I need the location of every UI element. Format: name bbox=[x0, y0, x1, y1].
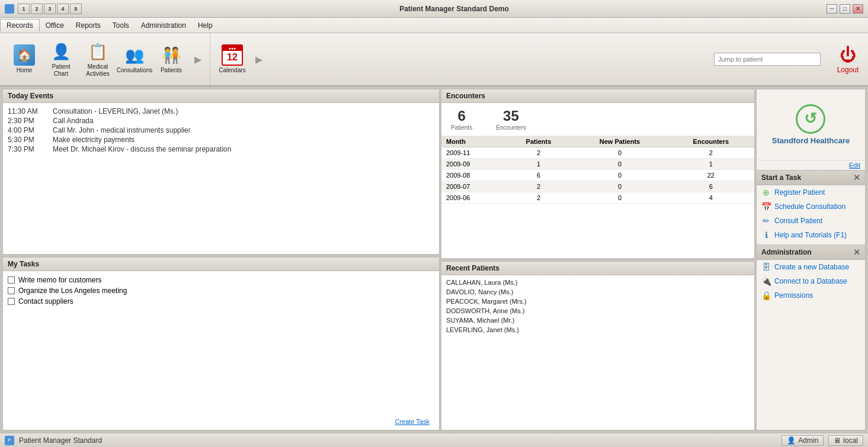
row4-encounters: 6 bbox=[668, 181, 754, 192]
help-tutorials-link[interactable]: ℹ Help and Tutorials (F1) bbox=[757, 228, 865, 242]
edit-link[interactable]: Edit bbox=[757, 160, 865, 170]
menu-help[interactable]: Help bbox=[192, 19, 219, 32]
menu-reports[interactable]: Reports bbox=[70, 19, 107, 32]
create-task-container: Create Task bbox=[3, 413, 439, 430]
close-button[interactable]: ✕ bbox=[853, 4, 863, 14]
my-tasks-header: My Tasks bbox=[3, 258, 439, 271]
qa-btn-3[interactable]: 3 bbox=[44, 4, 56, 14]
row5-patients: 2 bbox=[505, 192, 572, 204]
row1-new-patients: 0 bbox=[572, 147, 668, 159]
consult-patient-icon: ✏ bbox=[761, 216, 771, 226]
stat-patients-value: 6 bbox=[451, 108, 472, 124]
create-task-link[interactable]: Create Task bbox=[395, 418, 430, 425]
consult-patient-link[interactable]: ✏ Consult Patient bbox=[757, 214, 865, 228]
ribbon-group-main: 🏠 Home 👤 Patient Chart 📋 Medical Activit… bbox=[2, 33, 210, 85]
medical-activities-icon: 📋 bbox=[87, 41, 108, 62]
start-task-title: Start a Task bbox=[761, 173, 801, 182]
row3-month: 2009-08 bbox=[441, 170, 505, 181]
event-time-3: 4:00 PM bbox=[8, 126, 43, 134]
permissions-link[interactable]: 🔒 Permissions bbox=[757, 288, 865, 303]
patient-item-2[interactable]: DAVOLIO, Nancy (Ms.) bbox=[441, 287, 754, 297]
status-bar: P Patient Manager Standard 👤 Admin 🖥 loc… bbox=[0, 433, 868, 447]
logout-button[interactable]: ⏻ Logout bbox=[830, 33, 866, 85]
menu-office[interactable]: Office bbox=[40, 19, 70, 32]
menu-records[interactable]: Records bbox=[0, 19, 40, 32]
home-label: Home bbox=[17, 67, 33, 74]
encounters-header: Encounters bbox=[441, 89, 754, 103]
my-tasks-content: Write memo for customers Organize the Lo… bbox=[3, 271, 439, 413]
event-desc-4: Make electricity payments bbox=[53, 136, 134, 144]
search-input[interactable] bbox=[714, 53, 821, 66]
event-row-4: 5:30 PM Make electricity payments bbox=[8, 135, 434, 144]
row2-patients: 1 bbox=[505, 159, 572, 170]
today-events-header: Today Events bbox=[3, 89, 439, 103]
create-database-link[interactable]: 🗄 Create a new Database bbox=[757, 260, 865, 274]
help-icon: ℹ bbox=[761, 230, 771, 240]
right-sidebar: ↺ Standford Healthcare Edit Start a Task… bbox=[756, 89, 866, 430]
minimize-button[interactable]: ─ bbox=[827, 4, 837, 14]
consultations-label: Consultations bbox=[117, 67, 153, 74]
ribbon-search bbox=[709, 33, 825, 85]
patient-item-6[interactable]: LEVERLING, Janet (Ms.) bbox=[441, 325, 754, 335]
row3-new-patients: 0 bbox=[572, 170, 668, 181]
window-controls: ─ □ ✕ bbox=[827, 4, 863, 14]
stat-encounters-value: 35 bbox=[496, 108, 526, 124]
maximize-button[interactable]: □ bbox=[840, 4, 850, 14]
status-user: Admin bbox=[798, 436, 818, 445]
today-events-content: 11:30 AM Consultation - LEVERLING, Janet… bbox=[3, 103, 439, 254]
row2-month: 2009-09 bbox=[441, 159, 505, 170]
task-checkbox-1[interactable] bbox=[8, 276, 15, 284]
qa-btn-1[interactable]: 1 bbox=[18, 4, 30, 14]
table-row-3: 2009-08 6 0 22 bbox=[441, 170, 754, 181]
title-bar: 1 2 3 4 5 Patient Manager Standard Demo … bbox=[0, 0, 868, 18]
logo-text: Standford Healthcare bbox=[772, 136, 850, 146]
connect-database-label: Connect to a Database bbox=[774, 277, 847, 285]
register-patient-icon: ⊕ bbox=[761, 188, 771, 197]
qa-btn-4[interactable]: 4 bbox=[57, 4, 69, 14]
task-label-1: Write memo for customers bbox=[18, 276, 101, 284]
menu-administration[interactable]: Administration bbox=[135, 19, 192, 32]
schedule-consultation-link[interactable]: 📅 Schedule Consultation bbox=[757, 200, 865, 214]
encounters-stats: 6 Patients 35 Encounters bbox=[441, 103, 754, 136]
register-patient-link[interactable]: ⊕ Register Patient bbox=[757, 185, 865, 200]
ribbon-home-button[interactable]: 🏠 Home bbox=[7, 36, 41, 82]
ribbon-consultations-button[interactable]: 👥 Consultations bbox=[117, 36, 152, 82]
ribbon-arrow-right[interactable]: ▶ bbox=[191, 36, 205, 82]
today-events-panel: Today Events 11:30 AM Consultation - LEV… bbox=[2, 89, 440, 255]
qa-btn-5[interactable]: 5 bbox=[70, 4, 82, 14]
patient-item-4[interactable]: DODSWORTH, Anne (Ms.) bbox=[441, 306, 754, 316]
ribbon-arrow-calendar[interactable]: ▶ bbox=[252, 36, 266, 82]
ribbon-patients-button[interactable]: 🧑‍🤝‍🧑 Patients bbox=[154, 36, 188, 82]
ribbon-calendars-button[interactable]: ●●● 12 Calendars bbox=[215, 36, 249, 82]
event-desc-2: Call Andrada bbox=[53, 117, 94, 125]
stat-patients: 6 Patients bbox=[451, 108, 472, 131]
schedule-consultation-label: Schedule Consultation bbox=[774, 202, 845, 211]
task-checkbox-3[interactable] bbox=[8, 298, 15, 305]
ribbon-medical-activities-button[interactable]: 📋 Medical Activities bbox=[81, 36, 115, 82]
status-app-name: Patient Manager Standard bbox=[19, 436, 102, 445]
recent-patients-panel: Recent Patients CALLAHAN, Laura (Ms.) DA… bbox=[441, 261, 755, 431]
menu-tools[interactable]: Tools bbox=[107, 19, 135, 32]
status-server: local bbox=[843, 436, 858, 445]
home-icon-img: 🏠 bbox=[14, 44, 35, 66]
admin-section: Administration ✕ 🗄 Create a new Database… bbox=[757, 245, 865, 303]
admin-close[interactable]: ✕ bbox=[853, 247, 860, 257]
row1-patients: 2 bbox=[505, 147, 572, 159]
patient-item-5[interactable]: SUYAMA, Michael (Mr.) bbox=[441, 316, 754, 325]
task-checkbox-2[interactable] bbox=[8, 287, 15, 294]
event-row-5: 7:30 PM Meet Dr. Michael Kirov - discuss… bbox=[8, 144, 434, 154]
main-content: Today Events 11:30 AM Consultation - LEV… bbox=[0, 86, 868, 433]
status-app-icon: P bbox=[5, 436, 14, 445]
ribbon-patient-chart-button[interactable]: 👤 Patient Chart bbox=[44, 36, 78, 82]
event-time-5: 7:30 PM bbox=[8, 145, 43, 153]
patient-item-3[interactable]: PEACOCK, Margaret (Mrs.) bbox=[441, 297, 754, 306]
start-task-close[interactable]: ✕ bbox=[853, 173, 860, 182]
encounters-panel: Encounters 6 Patients 35 Encounters Mont… bbox=[441, 89, 755, 259]
connect-database-link[interactable]: 🔌 Connect to a Database bbox=[757, 274, 865, 288]
task-row-3: Contact suppliers bbox=[8, 296, 434, 307]
ribbon: 🏠 Home 👤 Patient Chart 📋 Medical Activit… bbox=[0, 33, 868, 86]
event-row-1: 11:30 AM Consultation - LEVERLING, Janet… bbox=[8, 107, 434, 116]
qa-btn-2[interactable]: 2 bbox=[31, 4, 43, 14]
patient-item-1[interactable]: CALLAHAN, Laura (Ms.) bbox=[441, 278, 754, 287]
app-icon bbox=[5, 4, 14, 14]
